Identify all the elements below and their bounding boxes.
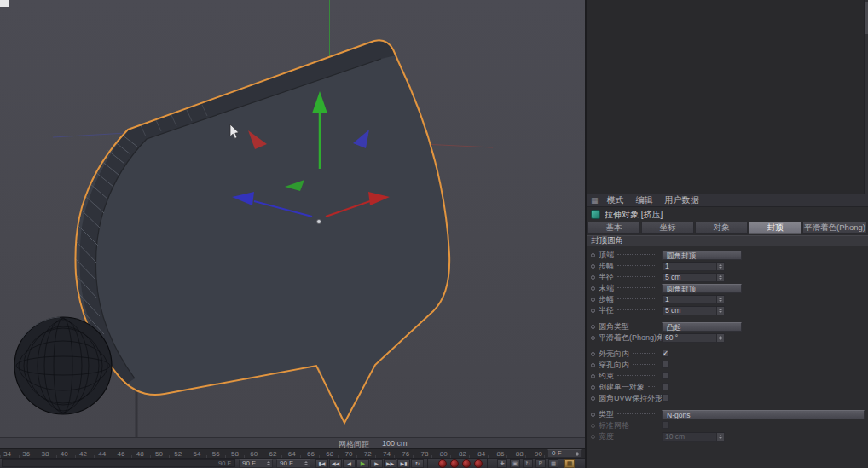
menu-item-1[interactable]: 模式: [607, 194, 624, 206]
tab-1[interactable]: 基本: [587, 222, 640, 234]
keyframe-dot-icon[interactable]: [591, 424, 595, 428]
keyframe-dot-icon[interactable]: [591, 336, 595, 340]
current-frame-field[interactable]: 0 F: [547, 449, 582, 458]
spinner-arrows-icon[interactable]: [716, 263, 724, 270]
autokey-button[interactable]: [450, 459, 459, 468]
keyframe-dot-icon[interactable]: [591, 298, 595, 302]
next-key-button[interactable]: ▶▶: [384, 459, 396, 468]
attribute-checkbox[interactable]: [662, 383, 669, 390]
keyframe-dot-icon[interactable]: [591, 286, 595, 291]
attribute-checkbox[interactable]: [662, 361, 669, 368]
keyframe-dot-icon[interactable]: [591, 264, 595, 269]
keyframe-dot-icon[interactable]: [591, 363, 595, 367]
keyframe-dot-icon[interactable]: [591, 325, 595, 329]
attribute-control: 5 cm: [662, 273, 725, 282]
attribute-checkbox[interactable]: ✓: [662, 350, 669, 357]
keyframe-dot-icon[interactable]: [591, 275, 595, 280]
ruler-tick: 64: [288, 449, 296, 458]
preview-range-slider[interactable]: 90 F: [2, 459, 235, 467]
toolbar-divider: [487, 459, 488, 468]
range-end-field[interactable]: 90 F: [239, 459, 273, 468]
extrude-object[interactable]: [75, 40, 449, 423]
keyframe-dot-icon[interactable]: [591, 352, 595, 356]
attribute-label: 宽度: [599, 431, 614, 442]
attribute-dropdown[interactable]: 凸起: [662, 322, 742, 332]
object-manager-empty-area[interactable]: [587, 0, 868, 194]
keyframe-selection-button[interactable]: [462, 459, 471, 468]
attribute-control: 凸起: [662, 322, 742, 332]
dotted-leader: [617, 276, 655, 277]
key-pla-toggle[interactable]: ▦: [548, 459, 558, 468]
previous-frame-button[interactable]: ◀: [343, 459, 356, 468]
viewport-3d[interactable]: [0, 0, 585, 437]
tab-3[interactable]: 对象: [695, 222, 748, 234]
panel-grid-icon[interactable]: ▦: [591, 196, 599, 205]
spinner-arrows-icon[interactable]: [716, 274, 724, 281]
viewport-canvas[interactable]: [0, 0, 585, 437]
key-rotation-toggle[interactable]: ↻: [523, 459, 533, 468]
key-position-toggle[interactable]: ✚: [497, 459, 507, 468]
attribute-label: 顶端: [599, 250, 614, 261]
attribute-spinner-field[interactable]: 5 cm: [662, 273, 725, 282]
menu-item-3[interactable]: 用户数据: [665, 194, 699, 206]
keyframe-dot-icon[interactable]: [591, 396, 595, 401]
attribute-spinner-field[interactable]: 1: [662, 295, 725, 304]
layout-panel-icon[interactable]: ▦: [564, 459, 575, 468]
gizmo-center-dot[interactable]: [317, 220, 321, 224]
scrollbar-thumb[interactable]: [865, 2, 868, 34]
tab-5[interactable]: 平滑着色(Phong): [802, 222, 867, 234]
previous-key-button[interactable]: ◀◀: [329, 459, 342, 468]
tab-4[interactable]: 封顶: [749, 222, 801, 234]
record-objects-button[interactable]: [438, 459, 447, 468]
play-button[interactable]: ▶: [356, 459, 369, 468]
attribute-spinner-field[interactable]: 60 °: [662, 333, 725, 343]
attribute-row: 步幅 1: [587, 294, 868, 305]
spinner-arrows-icon[interactable]: [716, 433, 724, 441]
attribute-row: 创建单一对象: [587, 382, 868, 393]
keyframe-dot-icon[interactable]: [591, 253, 595, 257]
key-scale-toggle[interactable]: ▣: [510, 459, 520, 468]
attribute-checkbox[interactable]: [662, 394, 669, 402]
scrollbar-track[interactable]: [864, 0, 868, 194]
keyframe-dot-icon[interactable]: [591, 413, 595, 417]
frame-spinner-arrows-icon[interactable]: [576, 452, 581, 456]
end-frame-field[interactable]: 90 F: [276, 459, 310, 468]
attribute-checkbox[interactable]: [662, 372, 669, 379]
keyframe-dot-icon[interactable]: [591, 309, 595, 313]
sphere-object[interactable]: [14, 317, 112, 414]
keyframe-dot-icon[interactable]: [591, 385, 595, 390]
end-frame-spinner-arrows-icon[interactable]: [304, 461, 310, 465]
viewport-status-bar: 网格间距 100 cm: [0, 437, 585, 448]
attribute-dropdown[interactable]: 圆角封顶: [662, 284, 742, 293]
go-to-end-icon: ▶▮: [401, 461, 408, 466]
attribute-dropdown[interactable]: N-gons: [662, 410, 865, 419]
attribute-spinner-field[interactable]: 5 cm: [662, 306, 725, 315]
key-pla-toggle-icon: ▦: [551, 460, 556, 467]
menu-item-2[interactable]: 编辑: [636, 194, 653, 206]
tab-2[interactable]: 坐标: [641, 222, 694, 234]
go-to-end-button[interactable]: ▶▮: [397, 459, 410, 468]
attribute-spinner-field[interactable]: 1: [662, 262, 725, 271]
attribute-checkbox[interactable]: [662, 421, 669, 429]
spinner-value: 1: [663, 296, 716, 303]
spinner-arrows-icon[interactable]: [716, 334, 724, 342]
keyframe-dot-icon[interactable]: [591, 374, 595, 378]
timeline-ruler[interactable]: 3436384042444648505254565860626466687072…: [0, 448, 585, 458]
record-options-button[interactable]: [474, 459, 483, 468]
spinner-arrows-icon[interactable]: [716, 296, 724, 303]
keyframe-dot-icon[interactable]: [591, 435, 595, 439]
attribute-dropdown[interactable]: 圆角封顶: [662, 251, 742, 260]
attribute-control: 1: [662, 262, 725, 271]
range-spinner-arrows-icon[interactable]: [267, 461, 272, 465]
next-frame-button[interactable]: ▶: [370, 459, 383, 468]
ruler-ticks[interactable]: 3436384042444648505254565860626466687072…: [0, 449, 546, 458]
key-parameter-toggle[interactable]: P: [535, 459, 546, 468]
attribute-spinner-field[interactable]: 10 cm: [662, 432, 725, 442]
dotted-leader: [617, 298, 655, 299]
dotted-leader: [617, 436, 655, 436]
spinner-arrows-icon[interactable]: [716, 307, 724, 315]
loop-button[interactable]: ↻: [411, 459, 424, 468]
go-to-start-button[interactable]: ▮◀: [315, 459, 328, 468]
section-header[interactable]: 封顶圆角: [587, 235, 868, 246]
selected-object-row[interactable]: 拉伸对象 [挤压]: [587, 207, 868, 222]
